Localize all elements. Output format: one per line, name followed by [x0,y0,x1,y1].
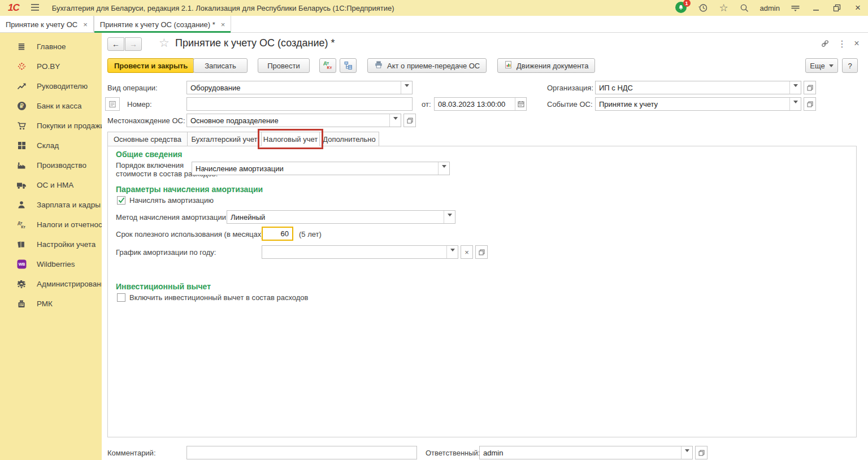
checkbox-label: Включить инвестиционный вычет в состав р… [129,293,308,302]
os-event-open-button[interactable] [804,97,816,111]
number-input[interactable] [186,97,413,111]
chevron-down-icon [829,64,834,70]
os-event-value: Принятие к учету [599,98,788,110]
depreciation-method-select[interactable]: Линейный [227,210,455,224]
dropdown-arrow-icon[interactable] [789,98,801,110]
sidebar-item-administrirovanie[interactable]: Администрирование [0,274,102,294]
depreciation-method-value: Линейный [231,211,442,223]
sidebar-item-os-nma[interactable]: ОС и НМА [0,175,102,195]
sidebar-item-label: Администрирование [37,280,110,288]
sidebar-item-label: Wildberries [37,260,75,268]
checkbox-label: Начислять амортизацию [129,196,214,205]
organization-select[interactable]: ИП с НДС [595,81,801,94]
factory-icon [16,160,27,170]
schedule-clear-button[interactable]: × [461,245,473,259]
window-tab-label: Принятие к учету ОС (создание) * [100,20,215,29]
dropdown-arrow-icon[interactable] [444,211,455,223]
dropdown-arrow-icon[interactable] [389,114,401,127]
window-tab-label: Принятие к учету ОС [6,20,77,29]
os-location-open-button[interactable] [403,114,416,127]
sidebar-item-zarplata-kadry[interactable]: Зарплата и кадры [0,195,102,215]
document-form: ← → ☆ Принятие к учету ОС (создание) * ⋮… [102,33,868,460]
window-tab-accept-new[interactable]: Принятие к учету ОС (создание) * × [94,16,232,33]
os-location-value: Основное подразделение [190,114,388,127]
schedule-open-button[interactable] [475,245,488,259]
investment-deduction-checkbox[interactable]: Включить инвестиционный вычет в состав р… [117,293,308,302]
tab-dopolnitelno[interactable]: Дополнительно [319,132,379,146]
sidebar-item-nalogi[interactable]: ДтКт Налоги и отчетность [0,215,102,235]
sidebar-item-bank-kassa[interactable]: ₽ Банк и касса [0,96,102,116]
os-event-label: Событие ОС: [547,100,593,109]
sidebar-item-rmk[interactable]: РМК [0,294,102,314]
os-event-select[interactable]: Принятие к учету [595,97,801,111]
depreciation-schedule-select[interactable] [262,245,458,259]
tab-buhgalterskiy-uchet[interactable]: Бухгалтерский учет [187,132,262,146]
checkbox-box[interactable] [117,196,125,205]
more-actions-button[interactable]: Еще [805,58,838,73]
operation-type-value: Оборудование [190,81,400,94]
close-form-icon[interactable]: × [851,38,862,49]
post-button[interactable]: Провести [258,58,310,73]
document-movements-button[interactable]: Движения документа [497,58,595,73]
forward-button[interactable]: → [125,37,142,51]
document-structure-button[interactable] [340,58,357,73]
dropdown-arrow-icon[interactable] [446,246,458,258]
cost-order-select[interactable]: Начисление амортизации [192,162,450,175]
os-location-select[interactable]: Основное подразделение [186,114,401,127]
tab-nalogovyy-uchet[interactable]: Налоговый учет [261,132,320,146]
sidebar-item-label: Руководителю [37,82,88,90]
responsible-open-button[interactable] [695,446,708,459]
dropdown-arrow-icon[interactable] [401,81,412,94]
current-user[interactable]: admin [760,4,780,12]
search-icon[interactable] [739,2,750,14]
responsible-select[interactable]: admin [479,446,693,459]
favorites-star-icon[interactable]: ☆ [718,2,730,14]
tax-accounting-panel: Общие сведения Порядок включения стоимос… [107,146,857,437]
get-link-icon[interactable] [819,38,831,49]
act-print-button[interactable]: Акт о приеме-передаче ОС [367,58,487,73]
comment-input[interactable] [186,446,417,459]
history-icon[interactable] [697,2,709,14]
document-title: Принятие к учету ОС (создание) * [175,37,335,49]
sidebar-item-proizvodstvo[interactable]: Производство [0,155,102,175]
checkbox-box[interactable] [117,293,125,302]
dropdown-arrow-icon[interactable] [438,162,449,175]
back-button[interactable]: ← [107,37,124,51]
service-menu-icon[interactable] [789,2,801,14]
notifications-bell-icon[interactable]: 1 [675,2,688,14]
sidebar-item-nastroyki-ucheta[interactable]: Настройки учета [0,235,102,254]
dropdown-arrow-icon[interactable] [681,446,692,459]
investment-deduction-heading: Инвестиционный вычет [116,282,211,291]
dropdown-arrow-icon[interactable] [789,81,801,94]
sidebar-item-glavnoe[interactable]: Главное [0,37,102,57]
useful-life-input[interactable] [262,227,293,241]
help-button[interactable]: ? [842,58,858,73]
useful-life-label: Срок полезного использования (в месяцах)… [116,230,266,238]
restore-button[interactable] [831,2,843,14]
main-menu-icon[interactable] [31,3,40,13]
save-button[interactable]: Записать [193,58,248,73]
dtkt-postings-button[interactable]: ДтКт [319,58,336,73]
printer-icon [374,60,383,71]
sidebar-item-sklad[interactable]: Склад [0,136,102,155]
close-tab-icon[interactable]: × [221,20,225,29]
calendar-icon[interactable] [515,98,526,110]
window-tab-accept-list[interactable]: Принятие к учету ОС × [0,16,94,33]
close-window-button[interactable]: × [852,2,863,14]
minimize-button[interactable] [810,2,822,14]
post-and-close-button[interactable]: Провести и закрыть [107,58,194,73]
sidebar-item-poby[interactable]: PO.BY [0,57,102,76]
organization-open-button[interactable] [804,81,816,94]
sidebar-item-wildberries[interactable]: WB Wildberries [0,254,102,274]
tab-osnovnye-sredstva[interactable]: Основные средства [107,132,188,146]
more-menu-dots-icon[interactable]: ⋮ [836,38,848,49]
accrue-depreciation-checkbox[interactable]: Начислять амортизацию [117,196,214,205]
sidebar-item-pokupki-prodazhi[interactable]: Покупки и продажи [0,116,102,136]
close-tab-icon[interactable]: × [83,20,88,29]
date-input[interactable]: 08.03.2023 13:00:00 [434,97,527,111]
number-settings-button[interactable] [105,97,120,111]
favorite-star-icon[interactable]: ☆ [159,36,170,50]
sidebar-item-rukovoditelyu[interactable]: Руководителю [0,76,102,96]
general-info-heading: Общие сведения [116,150,183,159]
operation-type-select[interactable]: Оборудование [186,81,413,94]
